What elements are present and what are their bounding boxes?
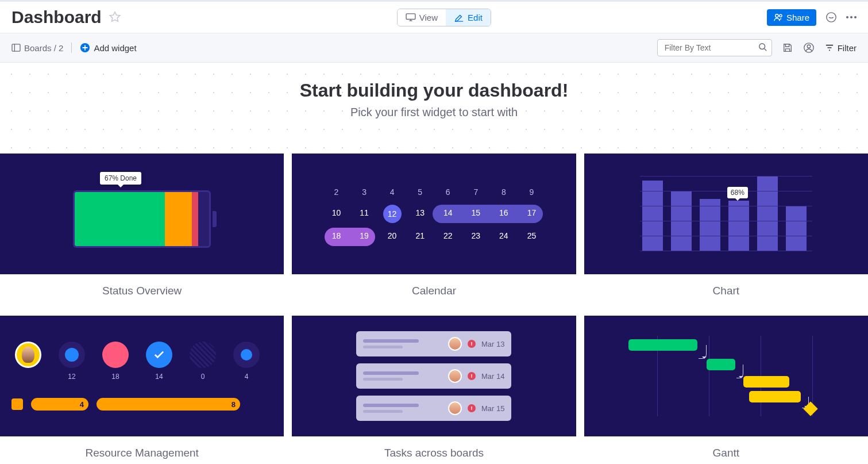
svg-point-3 bbox=[827, 13, 836, 22]
svg-rect-4 bbox=[12, 44, 20, 51]
gantt-chart bbox=[628, 336, 824, 416]
task-row: !Mar 14 bbox=[356, 363, 511, 389]
calendar-grid: 23456789 1011121314151617 18192021222324… bbox=[325, 179, 543, 248]
filter-icon bbox=[825, 44, 834, 52]
favorite-star-icon[interactable] bbox=[109, 11, 121, 24]
alert-icon: ! bbox=[468, 340, 476, 348]
more-menu-button[interactable] bbox=[846, 16, 857, 18]
view-edit-toggle: View Edit bbox=[397, 9, 491, 26]
svg-point-8 bbox=[807, 45, 810, 48]
hero-section: Start building your dashboard! Pick your… bbox=[0, 63, 868, 154]
search-icon bbox=[758, 43, 767, 52]
svg-point-1 bbox=[776, 14, 778, 17]
widget-status-overview[interactable]: 67% Done Status Overview bbox=[0, 154, 284, 308]
widget-tasks[interactable]: !Mar 13 !Mar 14 !Mar 15 Tasks across boa… bbox=[292, 316, 576, 464]
filter-button[interactable]: Filter bbox=[825, 43, 857, 53]
task-row: !Mar 15 bbox=[356, 396, 511, 421]
header: Dashboard View Edit Share bbox=[0, 2, 868, 33]
hero-subtitle: Pick your first widget to start with bbox=[0, 106, 868, 119]
person-icon[interactable] bbox=[803, 42, 815, 53]
feedback-icon[interactable] bbox=[825, 11, 837, 23]
svg-point-2 bbox=[780, 14, 782, 17]
chart-tooltip: 68% bbox=[727, 187, 748, 198]
avatar bbox=[15, 342, 41, 368]
hero-title: Start building your dashboard! bbox=[0, 80, 868, 101]
alert-icon: ! bbox=[468, 404, 476, 412]
edit-icon bbox=[454, 13, 464, 22]
page-title: Dashboard bbox=[11, 7, 102, 27]
board-icon bbox=[11, 44, 21, 52]
share-button[interactable]: Share bbox=[767, 9, 816, 26]
view-button[interactable]: View bbox=[398, 9, 446, 26]
avatar bbox=[448, 337, 462, 351]
plus-circle-icon bbox=[80, 43, 90, 53]
status-tooltip: 67% Done bbox=[100, 172, 141, 185]
check-circle-icon bbox=[146, 342, 172, 368]
avatar bbox=[448, 369, 462, 383]
widget-gantt[interactable]: Gantt bbox=[584, 316, 868, 464]
subheader: Boards / 2 Add widget Filter bbox=[0, 33, 868, 63]
boards-count-button[interactable]: Boards / 2 bbox=[11, 43, 63, 53]
svg-point-6 bbox=[759, 44, 765, 49]
bar-chart: 68% bbox=[640, 177, 812, 251]
filter-text-input[interactable] bbox=[657, 39, 772, 56]
widget-chart[interactable]: 68% Chart bbox=[584, 154, 868, 308]
svg-rect-0 bbox=[406, 14, 415, 20]
save-icon[interactable] bbox=[782, 43, 793, 53]
monitor-icon bbox=[406, 13, 416, 21]
widget-resource-management[interactable]: 12 18 14 0 4 4 8 Resource Management bbox=[0, 316, 284, 464]
task-row: !Mar 13 bbox=[356, 331, 511, 356]
add-widget-button[interactable]: Add widget bbox=[80, 43, 136, 53]
people-icon bbox=[774, 13, 783, 21]
alert-icon: ! bbox=[468, 372, 476, 380]
widget-grid: 67% Done Status Overview 23456789 101112… bbox=[0, 154, 868, 464]
battery-icon bbox=[73, 190, 211, 248]
avatar bbox=[448, 401, 462, 415]
widget-calendar[interactable]: 23456789 1011121314151617 18192021222324… bbox=[292, 154, 576, 308]
edit-button[interactable]: Edit bbox=[446, 9, 491, 26]
